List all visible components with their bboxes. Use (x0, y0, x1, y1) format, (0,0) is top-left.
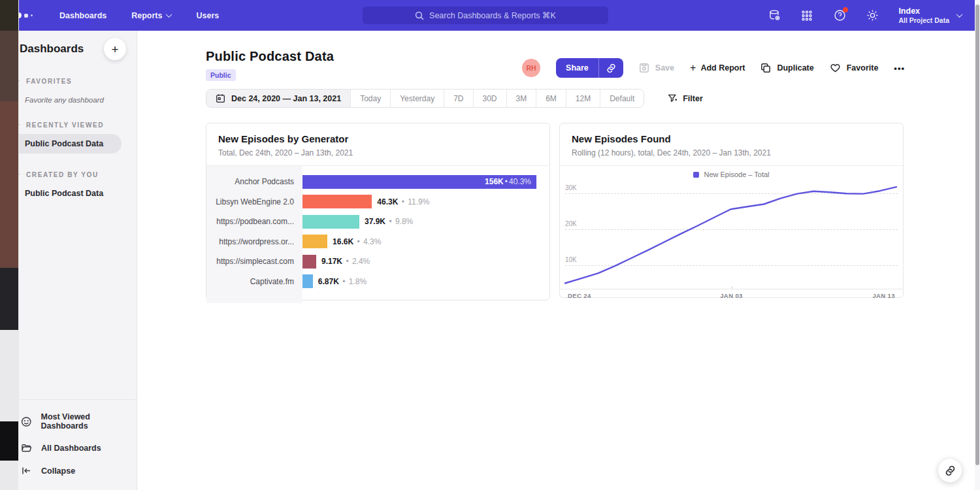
strip-seg (0, 461, 18, 490)
dot-separator: • (342, 277, 345, 286)
nav-right-cluster: Index All Project Data (768, 7, 975, 25)
x-axis-tick: JAN 03 (560, 292, 903, 299)
duplicate-icon (760, 63, 771, 73)
main-content: Public Podcast Data Public RH Share (137, 31, 975, 490)
chart-subtitle: Total, Dec 24th, 2020 – Jan 13th, 2021 (218, 148, 538, 157)
avatar[interactable]: RH (522, 59, 540, 77)
preset-today[interactable]: Today (351, 90, 391, 107)
save-button[interactable]: Save (639, 63, 674, 73)
strip-seg (0, 0, 19, 31)
dashboard-cards: New Episodes by Generator Total, Dec 24t… (206, 123, 904, 301)
share-button[interactable]: Share (556, 58, 598, 78)
sidebar: Dashboards + FAVORITES Favorite any dash… (5, 31, 137, 490)
database-icon[interactable] (768, 9, 781, 22)
sidebar-item-public-podcast-data[interactable]: Public Podcast Data (5, 134, 122, 154)
preset-yesterday[interactable]: Yesterday (391, 90, 444, 107)
add-report-label: Add Report (700, 63, 745, 73)
favorite-button[interactable]: Favorite (830, 63, 879, 73)
chevron-down-icon (956, 11, 963, 18)
more-options-button[interactable]: ••• (894, 63, 905, 73)
most-viewed-dashboards-button[interactable]: Most Viewed Dashboards (5, 406, 137, 436)
strip-seg (0, 268, 19, 330)
preset-7d[interactable]: 7D (444, 90, 473, 107)
bar-row[interactable]: https://simplecast.com 9.17K • 2.4% (206, 252, 549, 272)
strip-seg (0, 101, 19, 268)
sidebar-title: Dashboards (20, 42, 84, 56)
project-switcher[interactable]: Index All Project Data (898, 7, 962, 25)
bar-value-label: 9.17K • 2.4% (321, 257, 370, 266)
section-created-by-you[interactable]: CREATED BY YOU (5, 171, 137, 178)
copy-link-button[interactable] (598, 58, 623, 78)
bar-row[interactable]: https://wordpress.or... 16.6K • 4.3% (206, 232, 549, 252)
nav-item-reports[interactable]: Reports (119, 0, 184, 31)
all-dashboards-button[interactable]: All Dashboards (5, 436, 137, 459)
search-input[interactable]: Search Dashboards & Reports ⌘K (363, 7, 608, 24)
bar-value-label: 16.6K • 4.3% (333, 237, 381, 246)
strip-seg (0, 421, 19, 461)
nav-item-users[interactable]: Users (184, 0, 231, 31)
search-placeholder: Search Dashboards & Reports ⌘K (429, 10, 556, 20)
scrollbar-thumb[interactable] (975, 5, 979, 465)
date-toolbar: Dec 24, 2020 — Jan 13, 2021 Today Yester… (206, 89, 703, 108)
section-favorites[interactable]: FAVORITES (5, 78, 137, 85)
bar-category-label: https://podbean.com... (206, 217, 302, 226)
sidebar-item-public-podcast-data[interactable]: Public Podcast Data (5, 184, 137, 203)
share-button-group: Share (556, 58, 623, 78)
collapse-sidebar-button[interactable]: Collapse (5, 459, 137, 482)
strip-seg (0, 31, 19, 101)
x-axis-line (561, 289, 902, 289)
link-icon (606, 63, 616, 73)
new-dashboard-button[interactable]: + (104, 38, 126, 60)
footer-item-label: Collapse (41, 466, 75, 476)
notification-dot (843, 7, 848, 12)
favorite-label: Favorite (847, 63, 879, 73)
bar (302, 255, 316, 269)
bar-value-label: 156K • 40.3% (485, 175, 531, 189)
preset-3m[interactable]: 3M (507, 90, 537, 107)
section-label: CREATED BY YOU (26, 171, 99, 178)
duplicate-button[interactable]: Duplicate (760, 63, 813, 73)
nav-item-label: Reports (131, 11, 162, 20)
dot-separator: • (346, 257, 348, 266)
footer-item-label: Most Viewed Dashboards (41, 412, 137, 431)
save-label: Save (655, 63, 674, 73)
bar-row[interactable]: Captivate.fm 6.87K • 1.8% (206, 272, 549, 292)
bar-row[interactable]: Libsyn WebEngine 2.0 46.3K • 11.9% (206, 192, 549, 212)
bar (302, 215, 359, 229)
settings-gear-icon[interactable] (866, 9, 879, 22)
favorites-empty-note: Favorite any dashboard (5, 85, 137, 104)
strip-seg (0, 330, 19, 421)
preset-30d[interactable]: 30D (474, 90, 507, 107)
help-icon[interactable] (833, 9, 846, 22)
add-report-button[interactable]: + Add Report (690, 62, 745, 74)
section-recently-viewed[interactable]: RECENTLY VIEWED (5, 122, 137, 129)
filter-funnel-icon (668, 93, 678, 103)
bar-chart-body: Anchor Podcasts 156K • 40.3% (206, 166, 549, 303)
bar-value-label: 46.3K • 11.9% (377, 197, 429, 206)
preset-default[interactable]: Default (600, 90, 644, 107)
calendar-icon (216, 93, 225, 103)
bar-row[interactable]: https://podbean.com... 37.9K • 9.8% (206, 212, 549, 232)
bar-row[interactable]: Anchor Podcasts 156K • 40.3% (206, 172, 549, 192)
dot-separator: • (505, 177, 508, 186)
section-label: FAVORITES (26, 78, 72, 85)
save-icon (639, 63, 649, 73)
project-subtitle: All Project Data (898, 16, 949, 24)
scrollbar-track (975, 0, 980, 490)
date-range-picker[interactable]: Dec 24, 2020 — Jan 13, 2021 (206, 90, 351, 107)
floating-link-button[interactable] (938, 458, 962, 483)
header-actions: RH Share Save + (522, 58, 905, 78)
plus-icon: + (690, 62, 696, 74)
preset-12m[interactable]: 12M (566, 90, 600, 107)
x-axis-tick-mark (732, 286, 732, 289)
app-window: Dashboards Reports Users Search Dashboar… (5, 0, 975, 490)
chart-title: New Episodes Found (572, 133, 891, 144)
chevron-down-icon (166, 11, 172, 18)
apps-grid-icon[interactable] (800, 9, 813, 22)
nav-item-dashboards[interactable]: Dashboards (47, 0, 119, 31)
collapse-icon (21, 465, 32, 476)
preset-6m[interactable]: 6M (536, 90, 566, 107)
nav-item-label: Dashboards (59, 11, 106, 20)
filter-button[interactable]: Filter (668, 93, 703, 103)
dot-separator: • (357, 237, 359, 246)
